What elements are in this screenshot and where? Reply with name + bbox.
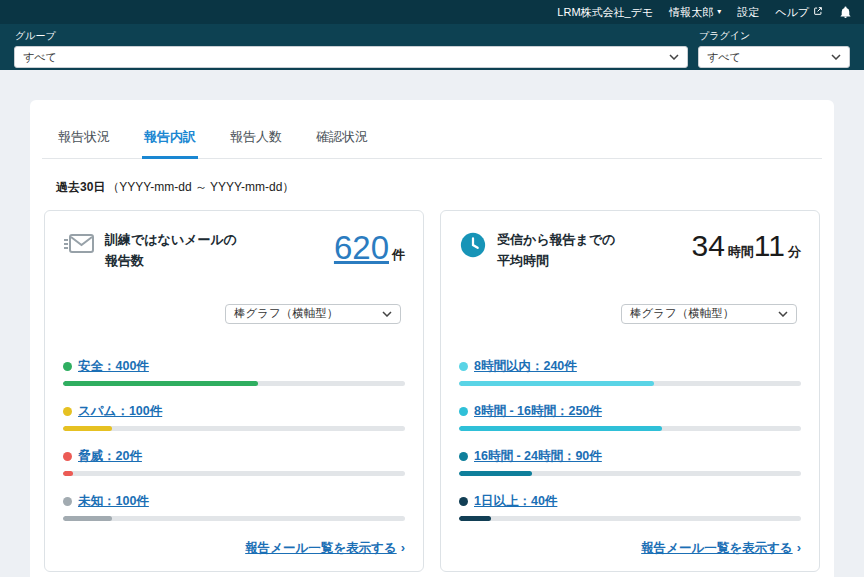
bar-track: [459, 426, 801, 431]
plugin-filter: プラグイン すべて: [698, 28, 850, 68]
tab-report-breakdown[interactable]: 報告内訳: [142, 124, 198, 159]
tab-confirm-status[interactable]: 確認状況: [314, 124, 370, 159]
cards-row: 訓練ではないメールの 報告数 620 件 棒グラフ（横軸型） 安全：400件スパ…: [44, 210, 820, 572]
category-link[interactable]: 脅威：20件: [78, 448, 142, 465]
chart-row: 1日以上：40件: [459, 493, 801, 521]
total-count-link[interactable]: 620: [334, 229, 389, 267]
legend-dot-icon: [459, 452, 468, 461]
category-link[interactable]: 8時間 - 16時間：250件: [474, 403, 602, 420]
avg-time-card: 受信から報告までの 平均時間 34 時間 11 分 棒グラフ（横軸型） 8時間以…: [440, 210, 820, 572]
group-filter-select[interactable]: すべて: [14, 46, 688, 68]
show-report-list-link[interactable]: 報告メール一覧を表示する: [245, 541, 396, 555]
total-count-unit: 件: [392, 246, 405, 264]
bar-fill: [459, 516, 491, 521]
chart-row: 8時間以内：240件: [459, 358, 801, 386]
category-link[interactable]: 8時間以内：240件: [474, 358, 577, 375]
bar-track: [63, 516, 405, 521]
bar-track: [459, 471, 801, 476]
chart-type-select[interactable]: 棒グラフ（横軸型）: [621, 304, 797, 324]
category-link[interactable]: スパム：100件: [78, 403, 162, 420]
legend-dot-icon: [63, 362, 72, 371]
chart-row: 未知：100件: [63, 493, 405, 521]
group-filter-value: すべて: [23, 50, 57, 65]
filter-bar: グループ すべて プラグイン すべて: [0, 24, 864, 70]
category-link[interactable]: 16時間 - 24時間：90件: [474, 448, 602, 465]
bar-fill: [63, 426, 112, 431]
category-link[interactable]: 1日以上：40件: [474, 493, 557, 510]
card-header: 受信から報告までの 平均時間 34 時間 11 分: [459, 229, 801, 272]
chart-type-select[interactable]: 棒グラフ（横軸型）: [225, 304, 401, 324]
notification-bell-icon[interactable]: [839, 6, 852, 19]
bar-track: [63, 471, 405, 476]
group-filter: グループ すべて: [14, 28, 688, 68]
card-footer: 報告メール一覧を表示する›: [459, 538, 801, 557]
card-title: 訓練ではないメールの 報告数: [105, 230, 237, 272]
chart-type-value: 棒グラフ（横軸型）: [234, 306, 338, 321]
avg-minutes: 11: [754, 229, 785, 263]
bar-track: [459, 381, 801, 386]
report-panel: 報告状況 報告内訳 報告人数 確認状況 過去30日（YYYY-mm-dd ～ Y…: [30, 100, 834, 577]
category-link[interactable]: 安全：400件: [78, 358, 149, 375]
bar-track: [63, 426, 405, 431]
external-link-icon: [813, 6, 823, 18]
topbar: LRM株式会社_デモ 情報太郎 ▾ 設定 ヘルプ: [0, 0, 864, 24]
legend-dot-icon: [459, 497, 468, 506]
settings-link[interactable]: 設定: [737, 5, 759, 20]
bar-fill: [63, 381, 258, 386]
card-footer: 報告メール一覧を表示する›: [63, 538, 405, 557]
user-menu[interactable]: 情報太郎 ▾: [669, 5, 721, 20]
bar-fill: [459, 471, 532, 476]
tab-report-people[interactable]: 報告人数: [228, 124, 284, 159]
chart-row: 16時間 - 24時間：90件: [459, 448, 801, 476]
bar-track: [459, 516, 801, 521]
period-range: （YYYY-mm-dd ～ YYYY-mm-dd）: [107, 180, 294, 194]
avg-hours-unit: 時間: [728, 243, 754, 261]
bar-chart: 安全：400件スパム：100件脅威：20件未知：100件: [63, 358, 405, 538]
clock-icon: [459, 231, 487, 263]
period-label: 過去30日: [56, 180, 105, 194]
mail-icon: [63, 231, 95, 261]
chevron-down-icon: ▾: [717, 8, 721, 16]
tab-bar: 報告状況 報告内訳 報告人数 確認状況: [42, 124, 822, 159]
user-name: 情報太郎: [669, 5, 713, 20]
company-name: LRM株式会社_デモ: [557, 5, 653, 20]
chart-row: スパム：100件: [63, 403, 405, 431]
card-title: 受信から報告までの 平均時間: [497, 230, 616, 272]
chart-row: 8時間 - 16時間：250件: [459, 403, 801, 431]
legend-dot-icon: [63, 407, 72, 416]
chart-type-value: 棒グラフ（横軸型）: [630, 306, 734, 321]
total-count: 620 件: [334, 229, 405, 267]
bar-fill: [459, 381, 654, 386]
show-report-list-link[interactable]: 報告メール一覧を表示する: [641, 541, 792, 555]
chevron-down-icon: [831, 54, 841, 60]
bar-fill: [63, 516, 112, 521]
bar-fill: [459, 426, 662, 431]
help-label: ヘルプ: [775, 5, 809, 20]
card-header: 訓練ではないメールの 報告数 620 件: [63, 229, 405, 272]
chevron-down-icon: [382, 311, 392, 317]
help-link[interactable]: ヘルプ: [775, 5, 823, 20]
report-count-card: 訓練ではないメールの 報告数 620 件 棒グラフ（横軸型） 安全：400件スパ…: [44, 210, 424, 572]
chevron-down-icon: [669, 54, 679, 60]
plugin-filter-select[interactable]: すべて: [698, 46, 850, 68]
period-text: 過去30日（YYYY-mm-dd ～ YYYY-mm-dd）: [56, 179, 822, 196]
legend-dot-icon: [459, 362, 468, 371]
legend-dot-icon: [459, 407, 468, 416]
bar-fill: [63, 471, 73, 476]
plugin-filter-value: すべて: [707, 50, 741, 65]
chart-row: 安全：400件: [63, 358, 405, 386]
group-filter-label: グループ: [15, 29, 688, 43]
chevron-right-icon: ›: [401, 540, 405, 555]
avg-minutes-unit: 分: [788, 243, 801, 261]
chart-row: 脅威：20件: [63, 448, 405, 476]
chevron-right-icon: ›: [797, 540, 801, 555]
bar-chart: 8時間以内：240件8時間 - 16時間：250件16時間 - 24時間：90件…: [459, 358, 801, 538]
avg-time-value: 34 時間 11 分: [691, 229, 801, 263]
plugin-filter-label: プラグイン: [699, 29, 850, 43]
bar-track: [63, 381, 405, 386]
category-link[interactable]: 未知：100件: [78, 493, 149, 510]
tab-report-status[interactable]: 報告状況: [56, 124, 112, 159]
avg-hours: 34: [691, 229, 724, 263]
main-content: 報告状況 報告内訳 報告人数 確認状況 過去30日（YYYY-mm-dd ～ Y…: [0, 100, 864, 577]
legend-dot-icon: [63, 452, 72, 461]
